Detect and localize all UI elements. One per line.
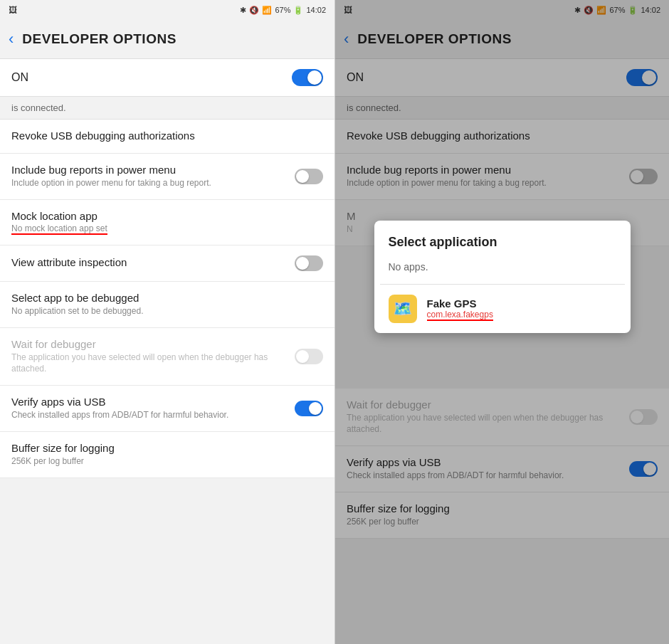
- bluetooth-icon: ✱: [240, 6, 246, 15]
- setting-title: Include bug reports in power menu: [11, 164, 289, 176]
- toggle-knob: [296, 257, 309, 270]
- on-toggle[interactable]: [292, 69, 323, 86]
- setting-content: Buffer size for logging 256K per log buf…: [11, 442, 323, 468]
- setting-content: View attribute inspection: [11, 256, 295, 270]
- setting-title: Buffer size for logging: [11, 442, 317, 454]
- setting-content: Revoke USB debugging authorizations: [11, 130, 323, 143]
- battery-icon: 🔋: [293, 6, 303, 15]
- setting-mock-location[interactable]: Mock location app No mock location app s…: [0, 200, 334, 246]
- dialog-overlay[interactable]: Select application No apps. 🗺️ Fake GPS …: [335, 0, 669, 644]
- on-row: ON: [0, 59, 334, 97]
- status-bar-left: 🖼 ✱ 🔇 📶 67% 🔋 14:02: [0, 0, 334, 20]
- setting-content: Mock location app No mock location app s…: [11, 210, 323, 235]
- time: 14:02: [306, 6, 326, 14]
- toggle-knob: [309, 402, 322, 415]
- setting-view-attribute[interactable]: View attribute inspection: [0, 246, 334, 282]
- connected-text: is connected.: [0, 97, 334, 120]
- setting-wait-debugger: Wait for debugger The application you ha…: [0, 328, 334, 386]
- setting-content: Verify apps via USB Check installed apps…: [11, 396, 295, 421]
- status-bar-right-icons: ✱ 🔇 📶 67% 🔋 14:02: [240, 6, 326, 15]
- app-info: Fake GPS com.lexa.fakegps: [427, 297, 616, 321]
- setting-title: View attribute inspection: [11, 256, 289, 268]
- setting-subtitle: The application you have selected will o…: [11, 352, 289, 376]
- app-name: Fake GPS: [427, 297, 616, 310]
- setting-select-app[interactable]: Select app to be debugged No application…: [0, 282, 334, 328]
- verify-apps-toggle[interactable]: [295, 401, 323, 416]
- setting-title: Wait for debugger: [11, 338, 289, 350]
- setting-subtitle: Include option in power menu for taking …: [11, 177, 289, 189]
- setting-title: Verify apps via USB: [11, 396, 289, 408]
- setting-content: Wait for debugger The application you ha…: [11, 338, 295, 376]
- mute-icon: 🔇: [249, 6, 259, 15]
- bug-reports-toggle[interactable]: [295, 169, 323, 184]
- header: ‹ DEVELOPER OPTIONS: [0, 20, 334, 59]
- setting-subtitle: No application set to be debugged.: [11, 305, 317, 317]
- signal-icon: 📶: [262, 6, 272, 15]
- setting-buffer-size[interactable]: Buffer size for logging 256K per log buf…: [0, 432, 334, 478]
- mock-location-subtitle-text: No mock location app set: [11, 223, 107, 235]
- right-panel: 🖼 ✱ 🔇 📶 67% 🔋 14:02 ‹ DEVELOPER OPTIONS …: [334, 0, 669, 644]
- setting-title: Select app to be debugged: [11, 292, 317, 304]
- app-package: com.lexa.fakegps: [427, 310, 616, 321]
- fake-gps-icon: 🗺️: [389, 295, 417, 323]
- setting-title: Revoke USB debugging authorizations: [11, 130, 317, 142]
- left-panel: 🖼 ✱ 🔇 📶 67% 🔋 14:02 ‹ DEVELOPER OPTIONS …: [0, 0, 334, 644]
- view-attribute-toggle[interactable]: [295, 255, 323, 271]
- wait-debugger-toggle: [295, 349, 323, 364]
- toggle-knob: [307, 70, 322, 85]
- setting-revoke-usb[interactable]: Revoke USB debugging authorizations: [0, 120, 334, 154]
- setting-content: Select app to be debugged No application…: [11, 292, 323, 317]
- status-bar-left-icons: 🖼: [9, 5, 17, 15]
- toggle-knob: [296, 170, 309, 183]
- setting-bug-reports[interactable]: Include bug reports in power menu Includ…: [0, 154, 334, 200]
- on-label: ON: [11, 71, 28, 84]
- back-button[interactable]: ‹: [6, 27, 16, 51]
- app-package-text: com.lexa.fakegps: [427, 310, 493, 321]
- setting-verify-apps[interactable]: Verify apps via USB Check installed apps…: [0, 386, 334, 432]
- setting-subtitle: Check installed apps from ADB/ADT for ha…: [11, 409, 289, 421]
- page-title: DEVELOPER OPTIONS: [22, 31, 176, 47]
- camera-icon: 🖼: [9, 5, 17, 15]
- toggle-knob: [296, 350, 309, 363]
- fake-gps-item[interactable]: 🗺️ Fake GPS com.lexa.fakegps: [374, 285, 631, 333]
- dialog-no-apps: No apps.: [374, 258, 631, 284]
- setting-content: Include bug reports in power menu Includ…: [11, 164, 295, 189]
- mock-location-title: Mock location app: [11, 210, 317, 222]
- setting-subtitle: 256K per log buffer: [11, 455, 317, 468]
- select-application-dialog: Select application No apps. 🗺️ Fake GPS …: [374, 221, 631, 333]
- battery-percent: 67%: [275, 6, 290, 14]
- dialog-title: Select application: [374, 221, 631, 258]
- mock-location-subtitle: No mock location app set: [11, 223, 317, 235]
